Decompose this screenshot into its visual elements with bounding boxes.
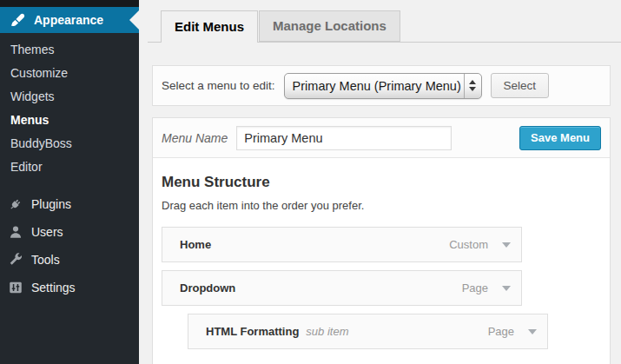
sidebar-item-plugins[interactable]: Plugins: [0, 190, 139, 218]
menu-name-label: Menu Name: [162, 131, 228, 145]
stepper-up-icon: [469, 80, 476, 84]
menu-name-input[interactable]: [236, 126, 452, 150]
chevron-down-icon[interactable]: [502, 242, 511, 248]
appearance-icon: [10, 13, 25, 28]
menu-item-title: HTML Formatting: [206, 325, 299, 338]
menu-structure-section: Menu Structure Drag each item into the o…: [153, 158, 610, 349]
sidebar-item-label: Appearance: [34, 13, 103, 27]
menu-select-value: Primary Menu (Primary Menu): [285, 79, 464, 93]
sidebar-item-customize[interactable]: Customize: [0, 62, 139, 85]
select-stepper-icon: [464, 74, 481, 98]
tab-manage-locations[interactable]: Manage Locations: [259, 10, 400, 42]
sidebar-item-widgets[interactable]: Widgets: [0, 85, 139, 109]
appearance-submenu: Themes Customize Widgets Menus BuddyBoss…: [0, 38, 139, 179]
menu-item-type: Page: [488, 325, 514, 338]
users-icon: [8, 224, 23, 240]
admin-sidebar: Appearance Themes Customize Widgets Menu…: [0, 0, 139, 364]
chevron-down-icon[interactable]: [528, 329, 537, 334]
sidebar-lower-menu: Plugins Users Tools: [0, 190, 139, 301]
menu-item-dropdown[interactable]: Dropdown Page: [162, 270, 522, 306]
sidebar-item-users[interactable]: Users: [0, 218, 139, 246]
menu-editor-panel: Menu Name Save Menu Menu Structure Drag …: [152, 117, 611, 364]
menu-item-type: Page: [462, 281, 488, 295]
main-content: Edit Menus Manage Locations Select a men…: [139, 0, 621, 364]
sidebar-item-appearance[interactable]: Appearance: [0, 7, 139, 33]
sidebar-item-label: Tools: [31, 253, 60, 267]
chevron-down-icon[interactable]: [502, 286, 511, 291]
sidebar-item-themes[interactable]: Themes: [0, 38, 139, 62]
menu-select-bar: Select a menu to edit: Primary Menu (Pri…: [152, 65, 611, 106]
sidebar-item-label: Plugins: [31, 197, 71, 211]
menu-item-list: Home Custom Dropdown Page HTML Formattin…: [162, 227, 601, 349]
settings-icon: [8, 280, 23, 295]
menu-structure-heading: Menu Structure: [162, 174, 601, 191]
menu-name-row: Menu Name Save Menu: [153, 118, 610, 158]
sidebar-item-settings[interactable]: Settings: [0, 274, 139, 301]
menu-select-dropdown[interactable]: Primary Menu (Primary Menu): [284, 73, 482, 99]
sidebar-item-tools[interactable]: Tools: [0, 246, 139, 274]
stepper-down-icon: [469, 87, 476, 91]
current-item-arrow: [129, 10, 139, 30]
sidebar-separator: [0, 0, 139, 7]
menu-item-html-formatting[interactable]: HTML Formatting sub item Page: [188, 314, 548, 349]
menu-item-title: Dropdown: [180, 281, 235, 295]
menu-item-sub-label: sub item: [306, 325, 348, 338]
menu-item-type: Custom: [449, 238, 488, 251]
menu-structure-hint: Drag each item into the order you prefer…: [162, 199, 601, 212]
wordpress-admin-screen: Appearance Themes Customize Widgets Menu…: [0, 0, 621, 364]
sidebar-item-editor[interactable]: Editor: [0, 156, 139, 179]
save-menu-button[interactable]: Save Menu: [519, 126, 601, 150]
tools-icon: [8, 252, 23, 268]
menu-item-title: Home: [180, 238, 211, 251]
sidebar-item-label: Settings: [31, 281, 76, 295]
sidebar-item-menus[interactable]: Menus: [0, 109, 139, 132]
sidebar-item-buddyboss[interactable]: BuddyBoss: [0, 132, 139, 156]
menu-select-label: Select a menu to edit:: [162, 79, 275, 92]
plugins-icon: [8, 196, 23, 212]
tab-edit-menus[interactable]: Edit Menus: [161, 10, 258, 43]
menu-item-home[interactable]: Home Custom: [162, 227, 522, 262]
sidebar-item-label: Users: [31, 225, 63, 239]
select-button[interactable]: Select: [491, 73, 550, 98]
